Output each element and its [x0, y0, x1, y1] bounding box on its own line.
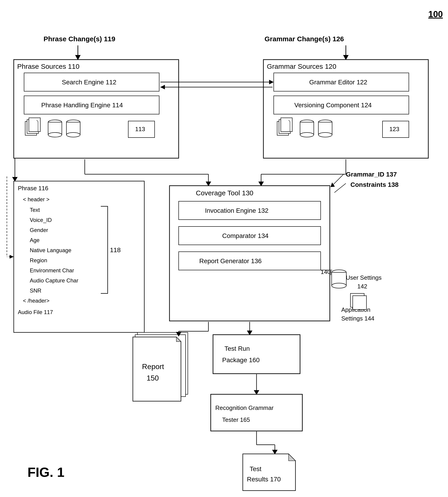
phrase-handling-label: Phrase Handling Engine 114 — [41, 102, 123, 109]
native-language-label: Native Language — [30, 247, 71, 253]
user-settings-cylinder — [332, 270, 346, 288]
grammar-editor-label: Grammar Editor 122 — [309, 79, 367, 86]
phrase-header-label: < header > — [23, 196, 49, 202]
fig-number-text: 100 — [428, 9, 443, 19]
coverage-tool-label: Coverage Tool 130 — [196, 189, 253, 197]
gender-label: Gender — [30, 227, 48, 233]
report-label: Report — [142, 362, 164, 371]
phrase-sources-label: Phrase Sources 110 — [17, 63, 80, 70]
env-char-label: Environment Char — [30, 267, 74, 274]
versioning-label: Versioning Component 124 — [294, 102, 372, 109]
end-header-label: < /header> — [23, 298, 49, 304]
rgt-box — [211, 394, 302, 431]
svg-rect-2 — [29, 118, 40, 132]
app-settings-label-2: Settings 144 — [341, 315, 374, 322]
test-run-label: Test Run — [224, 345, 250, 352]
to-usersettings-line — [331, 271, 331, 275]
grammar-sources-label: Grammar Sources 120 — [267, 63, 336, 70]
db-113-label: 113 — [135, 126, 145, 133]
grammarid-arrow-head — [331, 183, 335, 187]
search-engine-label: Search Engine 112 — [62, 79, 116, 86]
diagram-container: 100 Phrase Sources 110 Search Engine 112… — [0, 0, 448, 497]
svg-point-14 — [300, 133, 314, 137]
app-settings-box2 — [353, 296, 367, 309]
user-settings-num: 142 — [357, 283, 367, 290]
db-cylinder-1 — [48, 120, 62, 137]
test-run-package-label: Package 160 — [222, 357, 259, 364]
voice-id-label: Voice_ID — [30, 217, 52, 223]
svg-point-17 — [318, 133, 332, 137]
phrase116-arrow-head — [10, 255, 14, 258]
audio-capture-label: Audio Capture Char — [30, 277, 78, 284]
rgt-label-1: Recognition Grammar — [215, 404, 274, 411]
grammar-change-label: Grammar Change(s) 126 — [265, 35, 344, 43]
comparator-label: Comparator 134 — [222, 232, 269, 239]
test-results-doc: Test Results 170 — [243, 454, 295, 491]
phrase-change-label: Phrase Change(s) 119 — [44, 35, 115, 43]
constraints-arrow-line — [334, 183, 346, 192]
snr-label: SNR — [30, 288, 41, 294]
rgt-label-2: Tester 165 — [222, 416, 250, 423]
age-label: Age — [30, 237, 40, 243]
test-results-label-2: Results 170 — [247, 476, 281, 483]
main-svg: 100 Phrase Sources 110 Search Engine 112… — [0, 0, 448, 497]
report-gen-label: Report Generator 136 — [199, 257, 262, 265]
text-field-label: Text — [30, 207, 40, 213]
test-results-label-1: Test — [250, 465, 262, 472]
svg-rect-11 — [281, 118, 292, 132]
svg-marker-23 — [288, 454, 295, 461]
grammarid-arrow-line — [332, 174, 344, 186]
audio-file-label: Audio File 117 — [18, 309, 53, 315]
num-140-label: 140 — [321, 268, 331, 275]
svg-point-8 — [66, 133, 80, 137]
report-num-label: 150 — [147, 374, 159, 382]
phrase-116-label: Phrase 116 — [18, 185, 48, 192]
test-run-box — [213, 335, 300, 374]
db-cylinder-2 — [66, 120, 80, 137]
db-icon-2 — [277, 118, 292, 135]
db-cylinder-4 — [318, 120, 332, 137]
svg-point-5 — [48, 133, 62, 137]
region-label: Region — [30, 257, 47, 263]
invocation-engine-label: Invocation Engine 132 — [205, 207, 269, 214]
grammar-id-label: Grammar_ID 137 — [346, 171, 397, 178]
db-icon-1 — [25, 118, 40, 135]
constraints-label: Constraints 138 — [351, 181, 399, 188]
svg-point-26 — [332, 283, 346, 288]
db-123-label: 123 — [389, 126, 399, 133]
db-cylinder-3 — [300, 120, 314, 137]
fig-label: FIG. 1 — [28, 465, 64, 480]
report-doc-group: Report 150 — [133, 332, 188, 401]
user-settings-label: User Settings — [346, 274, 382, 281]
bracket-118-label: 118 — [110, 246, 121, 254]
